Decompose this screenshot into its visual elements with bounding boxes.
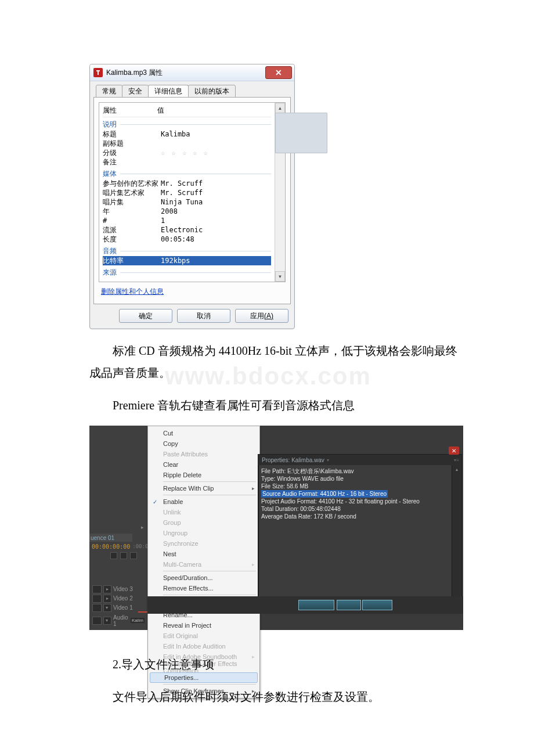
tab-details[interactable]: 详细信息 — [148, 85, 189, 98]
group-description: 说明 标题Kalimba 副标题 分级☆ ☆ ☆ ☆ ☆ 备注 — [103, 120, 271, 167]
snap-icon[interactable] — [110, 552, 117, 559]
group-label: 说明 — [103, 120, 117, 129]
row-album-artist[interactable]: 唱片集艺术家Mr. Scruff — [103, 188, 271, 197]
prop-source-audio-format: Source Audio Format: 44100 Hz - 16 bit -… — [261, 490, 388, 498]
menu-remove-effects[interactable]: Remove Effects... — [149, 583, 258, 593]
ok-button[interactable]: 确定 — [119, 309, 172, 323]
group-label: 音频 — [103, 246, 117, 256]
panel-title[interactable]: Properties: Kalimba.wav ▾ ▾≡ — [258, 455, 461, 465]
audio-clip-segment[interactable] — [298, 600, 334, 610]
dialog-title: Kalimba.mp3 属性 — [106, 68, 265, 78]
cancel-button[interactable]: 取消 — [177, 309, 230, 323]
menu-cut[interactable]: Cut — [149, 428, 258, 438]
menu-ungroup: Ungroup — [149, 528, 258, 538]
group-media: 媒体 参与创作的艺术家Mr. Scruff 唱片集艺术家Mr. Scruff 唱… — [103, 169, 271, 244]
timeline-left-panel: ▸ uence 01 00:00:00:00 :00:00 Video 3 Vi… — [89, 426, 146, 630]
dialog-titlebar[interactable]: Kalimba.mp3 属性 ✕ — [90, 64, 294, 81]
scroll-up-icon[interactable]: ▴ — [452, 465, 461, 473]
row-track-number[interactable]: #1 — [103, 216, 271, 225]
header-property: 属性 — [103, 106, 157, 116]
menu-copy[interactable]: Copy — [149, 438, 258, 449]
track-video1[interactable]: Video 1 — [92, 603, 145, 612]
scroll-thumb[interactable] — [275, 113, 327, 153]
row-bitrate[interactable]: 比特率192kbps — [103, 256, 271, 265]
header-value: 值 — [157, 106, 164, 116]
row-genre[interactable]: 流派Electronic — [103, 225, 271, 235]
group-audio: 音频 比特率192kbps — [103, 246, 271, 265]
rating-stars[interactable]: ☆ ☆ ☆ ☆ ☆ — [161, 149, 209, 157]
audio-clip-segment[interactable] — [362, 600, 392, 610]
scroll-track[interactable] — [275, 113, 327, 121]
tab-prev-versions[interactable]: 以前的版本 — [188, 85, 236, 98]
group-label: 来源 — [103, 268, 117, 278]
audio-clip-segment[interactable] — [337, 600, 361, 610]
details-list: 属性 值 说明 标题Kalimba 副标题 分级☆ ☆ ☆ ☆ ☆ 备注 — [99, 102, 286, 282]
prop-file-path: File Path: E:\文档\音乐\Kalimba.wav — [261, 467, 449, 475]
details-viewport: 属性 值 说明 标题Kalimba 副标题 分级☆ ☆ ☆ ☆ ☆ 备注 — [99, 103, 275, 282]
chevron-right-icon[interactable]: ▸ — [141, 524, 144, 530]
menu-replace-with-clip[interactable]: Replace With Clip — [149, 483, 258, 494]
prop-avg-data-rate: Average Data Rate: 172 KB / second — [261, 513, 449, 520]
menu-enable[interactable]: ✓Enable — [149, 496, 258, 507]
chevron-down-icon[interactable]: ▾ — [327, 458, 329, 463]
panel-scrollbar[interactable]: ▴ ▾ — [452, 465, 461, 605]
row-contributing-artist[interactable]: 参与创作的艺术家Mr. Scruff — [103, 179, 271, 188]
group-source: 来源 — [103, 268, 271, 278]
sequence-tab-label: uence 01 — [89, 535, 114, 541]
file-properties-dialog: Kalimba.mp3 属性 ✕ 常规 安全 详细信息 以前的版本 属性 值 — [89, 64, 295, 329]
column-headers[interactable]: 属性 值 — [103, 105, 271, 117]
menu-speed-duration[interactable]: Speed/Duration... — [149, 573, 258, 583]
clip-name-tag: Kalim — [131, 618, 145, 623]
menu-synchronize: Synchronize — [149, 538, 258, 549]
dialog-buttons: 确定 取消 应用(A) — [93, 304, 291, 325]
link-icon[interactable] — [120, 552, 127, 559]
menu-edit-original: Edit Original — [149, 631, 258, 641]
row-subtitle[interactable]: 副标题 — [103, 139, 271, 148]
scrollbar[interactable]: ▲ ▼ — [275, 103, 285, 282]
paragraph-premiere-hint: Premiere 音轨右键查看属性可看到音源格式信息 — [89, 394, 463, 416]
menu-multi-camera: Multi-Camera — [149, 559, 258, 570]
tab-strip: 常规 安全 详细信息 以前的版本 — [93, 85, 291, 98]
menu-reveal-in-project[interactable]: Reveal in Project — [149, 620, 258, 631]
menu-group: Group — [149, 517, 258, 528]
menu-ripple-delete[interactable]: Ripple Delete — [149, 470, 258, 480]
menu-nest[interactable]: Nest — [149, 549, 258, 559]
row-album[interactable]: 唱片集Ninja Tuna — [103, 197, 271, 207]
tab-security[interactable]: 安全 — [122, 85, 149, 98]
prop-type: Type: Windows WAVE audio file — [261, 475, 449, 483]
row-rating[interactable]: 分级☆ ☆ ☆ ☆ ☆ — [103, 148, 271, 157]
row-length[interactable]: 长度00:05:48 — [103, 235, 271, 244]
clip-properties-panel: ✕ Properties: Kalimba.wav ▾ ▾≡ File Path… — [258, 454, 462, 606]
prop-total-duration: Total Duration: 00:05:48:02448 — [261, 505, 449, 513]
row-comment[interactable]: 备注 — [103, 157, 271, 167]
apply-button[interactable]: 应用(A) — [235, 309, 288, 323]
panel-menu-icon[interactable]: ▾≡ — [454, 458, 459, 463]
scroll-up-arrow[interactable]: ▲ — [275, 103, 285, 113]
menu-unlink: Unlink — [149, 507, 258, 517]
panel-close-button[interactable]: ✕ — [449, 447, 459, 455]
menu-edit-in-audition: Edit In Adobe Audition — [149, 641, 258, 651]
paragraph-import-note: 文件导入后期软件时须对文件参数进行检查及设置。 — [89, 686, 463, 708]
row-title[interactable]: 标题Kalimba — [103, 129, 271, 139]
prop-file-size: File Size: 58.6 MB — [261, 483, 449, 490]
menu-clear[interactable]: Clear — [149, 459, 258, 470]
prop-project-audio-format: Project Audio Format: 44100 Hz - 32 bit … — [261, 498, 449, 505]
marker-icon[interactable] — [130, 552, 137, 559]
premiere-screenshot: ▸ uence 01 00:00:00:00 :00:00 Video 3 Vi… — [89, 426, 463, 630]
track-audio1[interactable]: Audio 1Kalim — [92, 616, 145, 625]
track-video2[interactable]: Video 2 — [92, 594, 145, 603]
section-heading-2: 2.导入文件注意事项 — [89, 653, 463, 675]
current-timecode[interactable]: 00:00:00:00 — [92, 543, 130, 550]
menu-paste-attributes: Paste Attributes — [149, 449, 258, 459]
remove-properties-link[interactable]: 删除属性和个人信息 — [101, 287, 164, 296]
paragraph-cd-spec: 标准 CD 音频规格为 44100Hz 16-bit 立体声，低于该规格会影响最… — [89, 340, 463, 384]
timeline-strip — [147, 596, 463, 614]
track-video3[interactable]: Video 3 — [92, 585, 145, 593]
check-icon: ✓ — [153, 499, 157, 505]
scroll-down-arrow[interactable]: ▼ — [275, 271, 285, 282]
group-label: 媒体 — [103, 169, 117, 179]
row-year[interactable]: 年2008 — [103, 207, 271, 216]
app-icon — [93, 68, 103, 77]
close-button[interactable]: ✕ — [265, 66, 292, 79]
tab-general[interactable]: 常规 — [96, 85, 122, 98]
